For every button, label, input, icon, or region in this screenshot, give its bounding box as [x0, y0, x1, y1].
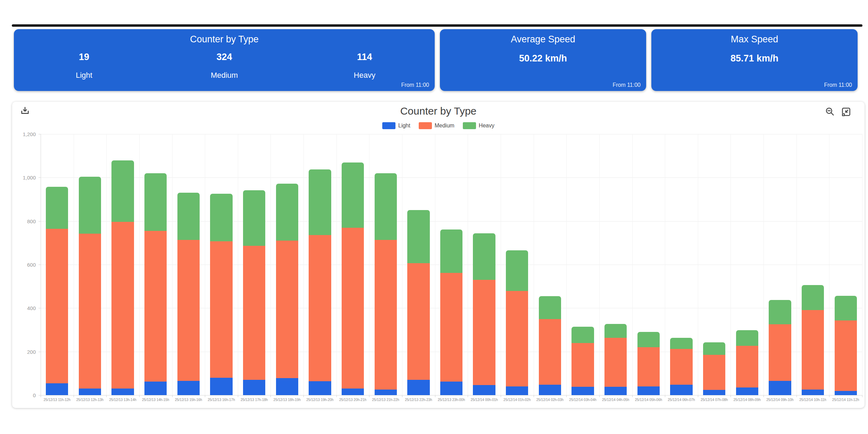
- bar-segment-medium[interactable]: [144, 231, 167, 382]
- bar-segment-light[interactable]: [407, 380, 429, 395]
- bar-segment-heavy[interactable]: [736, 330, 758, 346]
- bar-stack[interactable]: [473, 233, 495, 395]
- bar-segment-light[interactable]: [637, 386, 660, 395]
- bar-segment-heavy[interactable]: [473, 233, 495, 280]
- bar-segment-light[interactable]: [769, 381, 791, 395]
- bar-segment-medium[interactable]: [375, 240, 397, 390]
- bar-stack[interactable]: [177, 193, 200, 395]
- bar-segment-heavy[interactable]: [604, 324, 627, 338]
- bar-segment-heavy[interactable]: [769, 300, 791, 324]
- bar-segment-medium[interactable]: [210, 241, 232, 378]
- bar-segment-light[interactable]: [111, 389, 134, 395]
- bar-segment-light[interactable]: [375, 390, 397, 395]
- bar-segment-heavy[interactable]: [210, 194, 232, 241]
- bar-segment-light[interactable]: [473, 385, 495, 395]
- bar-segment-medium[interactable]: [407, 263, 429, 380]
- bar-segment-medium[interactable]: [276, 241, 298, 378]
- bar-segment-heavy[interactable]: [440, 229, 462, 273]
- bar-segment-heavy[interactable]: [177, 193, 200, 240]
- bar-segment-heavy[interactable]: [637, 332, 660, 347]
- bar-segment-light[interactable]: [703, 390, 725, 395]
- bar-segment-heavy[interactable]: [670, 338, 692, 349]
- bar-stack[interactable]: [243, 190, 265, 395]
- bar-segment-medium[interactable]: [571, 343, 594, 387]
- bar-segment-heavy[interactable]: [407, 210, 429, 263]
- bar-stack[interactable]: [342, 162, 364, 395]
- bar-segment-heavy[interactable]: [703, 342, 725, 355]
- bar-segment-medium[interactable]: [79, 234, 101, 389]
- bar-segment-light[interactable]: [736, 387, 758, 395]
- bar-stack[interactable]: [407, 210, 429, 395]
- bar-stack[interactable]: [210, 194, 232, 395]
- bar-segment-heavy[interactable]: [835, 296, 857, 320]
- bar-stack[interactable]: [703, 342, 725, 395]
- bar-segment-medium[interactable]: [440, 273, 462, 382]
- bar-segment-light[interactable]: [144, 382, 167, 395]
- bar-segment-medium[interactable]: [835, 320, 857, 391]
- bar-segment-light[interactable]: [243, 380, 265, 395]
- bar-stack[interactable]: [79, 177, 101, 395]
- bar-stack[interactable]: [802, 285, 824, 395]
- collapse-icon[interactable]: [841, 107, 851, 117]
- bar-segment-medium[interactable]: [473, 280, 495, 385]
- bar-segment-heavy[interactable]: [79, 177, 101, 234]
- bar-stack[interactable]: [637, 332, 660, 395]
- bar-segment-heavy[interactable]: [375, 173, 397, 240]
- bar-segment-medium[interactable]: [46, 229, 68, 383]
- bar-segment-medium[interactable]: [802, 310, 824, 390]
- bar-stack[interactable]: [111, 160, 134, 395]
- bar-segment-heavy[interactable]: [309, 169, 331, 235]
- bar-segment-medium[interactable]: [111, 222, 134, 389]
- bar-stack[interactable]: [506, 250, 528, 395]
- legend-item-light[interactable]: Light: [382, 122, 410, 129]
- bar-stack[interactable]: [440, 229, 462, 395]
- bar-segment-heavy[interactable]: [111, 160, 134, 222]
- bar-segment-heavy[interactable]: [802, 285, 824, 310]
- bar-segment-light[interactable]: [177, 381, 200, 395]
- bar-segment-heavy[interactable]: [342, 162, 364, 228]
- bar-stack[interactable]: [736, 330, 758, 395]
- bar-segment-heavy[interactable]: [506, 250, 528, 291]
- bar-stack[interactable]: [46, 187, 68, 395]
- bar-segment-medium[interactable]: [309, 235, 331, 381]
- bar-stack[interactable]: [276, 184, 298, 395]
- bar-segment-medium[interactable]: [604, 338, 627, 387]
- bar-segment-heavy[interactable]: [539, 296, 561, 319]
- bar-segment-light[interactable]: [309, 381, 331, 395]
- bar-segment-medium[interactable]: [670, 349, 692, 385]
- legend-item-heavy[interactable]: Heavy: [463, 122, 494, 129]
- bar-segment-light[interactable]: [79, 389, 101, 395]
- bar-segment-light[interactable]: [342, 389, 364, 395]
- zoom-out-icon[interactable]: [825, 107, 835, 117]
- bar-segment-medium[interactable]: [243, 246, 265, 379]
- bar-segment-medium[interactable]: [736, 346, 758, 387]
- bar-segment-light[interactable]: [210, 378, 232, 395]
- bar-stack[interactable]: [670, 338, 692, 395]
- legend-item-medium[interactable]: Medium: [419, 122, 454, 129]
- bar-segment-heavy[interactable]: [276, 184, 298, 241]
- bar-stack[interactable]: [309, 169, 331, 395]
- bar-segment-light[interactable]: [571, 387, 594, 395]
- bar-segment-medium[interactable]: [703, 355, 725, 390]
- bar-segment-heavy[interactable]: [571, 327, 594, 343]
- bar-segment-medium[interactable]: [506, 291, 528, 386]
- bar-segment-heavy[interactable]: [144, 173, 167, 231]
- bar-segment-light[interactable]: [835, 391, 857, 395]
- bar-segment-heavy[interactable]: [46, 187, 68, 228]
- bar-segment-medium[interactable]: [637, 347, 660, 386]
- bar-segment-light[interactable]: [604, 387, 627, 395]
- bar-stack[interactable]: [571, 327, 594, 395]
- bar-segment-light[interactable]: [802, 390, 824, 395]
- bar-stack[interactable]: [375, 173, 397, 395]
- bar-stack[interactable]: [539, 296, 561, 395]
- bar-segment-medium[interactable]: [539, 319, 561, 385]
- bar-stack[interactable]: [835, 296, 857, 395]
- bar-segment-light[interactable]: [539, 385, 561, 395]
- bar-segment-medium[interactable]: [769, 324, 791, 381]
- bar-segment-heavy[interactable]: [243, 190, 265, 246]
- bar-segment-light[interactable]: [276, 378, 298, 395]
- bar-stack[interactable]: [604, 324, 627, 395]
- bar-segment-medium[interactable]: [177, 240, 200, 381]
- bar-segment-light[interactable]: [440, 382, 462, 395]
- bar-segment-light[interactable]: [506, 386, 528, 395]
